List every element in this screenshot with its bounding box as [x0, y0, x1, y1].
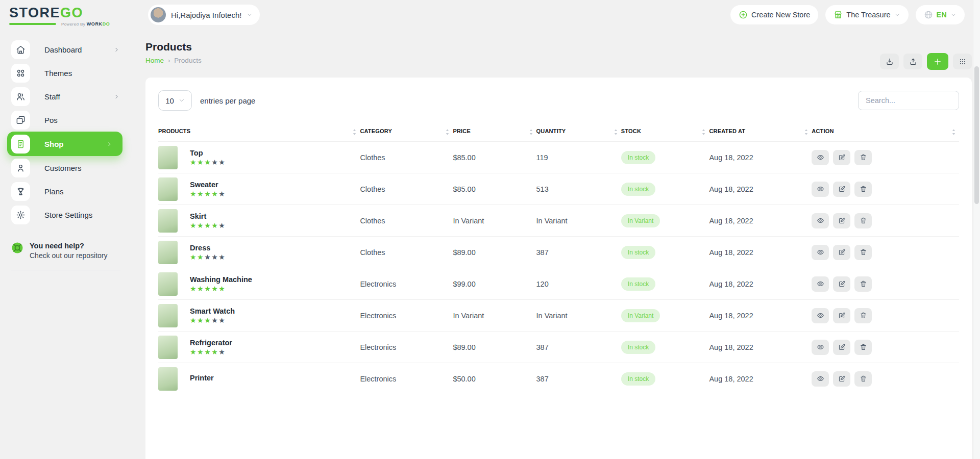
edit-button[interactable] [833, 371, 850, 387]
brand-logo[interactable]: STOREGO Powered By WORKDO [9, 3, 128, 27]
product-thumbnail [158, 177, 178, 201]
edit-button[interactable] [833, 340, 850, 355]
sort-icon[interactable] [804, 129, 808, 136]
delete-button[interactable] [854, 276, 872, 292]
delete-button[interactable] [854, 245, 872, 260]
table-row: Top ★★★★★ Clothes $85.00 119 In stock Au… [158, 142, 959, 173]
star-icon: ★ [197, 190, 204, 198]
star-icon: ★ [211, 316, 218, 324]
sort-icon[interactable] [529, 129, 533, 136]
product-category: Electronics [360, 332, 453, 363]
edit-button[interactable] [833, 308, 850, 323]
column-label: PRODUCTS [158, 128, 190, 134]
view-button[interactable] [812, 150, 829, 165]
sidebar-item-customers[interactable]: Customers [11, 156, 134, 180]
edit-button[interactable] [833, 150, 850, 165]
star-icon: ★ [211, 348, 218, 356]
edit-icon [838, 154, 846, 161]
breadcrumb-home-link[interactable]: Home [145, 57, 164, 64]
table-row: Skirt ★★★★★ Clothes In Variant In Varian… [158, 205, 959, 237]
product-category: Clothes [360, 237, 453, 268]
product-price: $85.00 [453, 173, 536, 205]
home-icon [11, 40, 30, 59]
sidebar-item-staff[interactable]: Staff [11, 85, 134, 108]
star-icon: ★ [218, 285, 226, 293]
row-actions [812, 371, 950, 387]
delete-button[interactable] [854, 213, 872, 228]
sort-icon[interactable] [614, 129, 618, 136]
delete-button[interactable] [854, 308, 872, 323]
create-new-store-label: Create New Store [751, 11, 810, 19]
star-icon: ★ [218, 190, 226, 198]
upload-button[interactable] [903, 54, 922, 69]
edit-button[interactable] [833, 276, 850, 292]
star-icon: ★ [211, 221, 218, 230]
created-at: Aug 18, 2022 [709, 268, 812, 300]
row-actions [812, 276, 950, 292]
delete-button[interactable] [854, 340, 872, 355]
sort-icon[interactable] [701, 129, 706, 136]
user-avatar [151, 7, 166, 22]
view-button[interactable] [812, 213, 829, 228]
edit-button[interactable] [833, 213, 850, 228]
sidebar-item-plans[interactable]: Plans [11, 180, 134, 203]
download-icon [886, 58, 894, 66]
star-icon: ★ [190, 158, 197, 166]
grid-view-button[interactable] [953, 54, 972, 69]
sidebar-item-dashboard[interactable]: Dashboard [11, 38, 134, 61]
top-right-actions: Create New Store The Treasure EN [730, 5, 965, 24]
star-icon: ★ [218, 158, 226, 166]
help-section[interactable]: You need help? Check out our repository [11, 242, 134, 260]
create-new-store-button[interactable]: Create New Store [730, 5, 818, 24]
chevron-down-icon [950, 12, 957, 18]
sort-icon[interactable] [445, 129, 450, 136]
star-icon: ★ [204, 253, 211, 261]
table-row: Sweater ★★★★★ Clothes $85.00 513 In stoc… [158, 173, 959, 205]
view-button[interactable] [812, 340, 829, 355]
sort-icon[interactable] [352, 129, 357, 136]
view-button[interactable] [812, 276, 829, 292]
star-icon: ★ [190, 348, 197, 356]
sort-icon[interactable] [951, 129, 956, 136]
edit-button[interactable] [833, 245, 850, 260]
entries-per-page-select[interactable]: 10 [158, 90, 192, 111]
table-header-row: PRODUCTSCATEGORYPRICEQUANTITYSTOCKCREATE… [158, 124, 959, 142]
view-button[interactable] [812, 308, 829, 323]
eye-icon [817, 312, 824, 319]
search-input[interactable] [858, 91, 959, 110]
row-actions [812, 340, 950, 355]
language-switcher-button[interactable]: EN [916, 5, 965, 24]
trash-icon [860, 185, 867, 193]
delete-button[interactable] [854, 150, 872, 165]
store-icon [834, 10, 843, 19]
scrollbar[interactable] [973, 0, 980, 459]
edit-button[interactable] [833, 182, 850, 197]
scrollbar-thumb[interactable] [974, 66, 979, 204]
view-button[interactable] [812, 245, 829, 260]
brand-name: STOREGO [9, 6, 128, 20]
trash-icon [860, 217, 867, 224]
product-rating-stars: ★★★★★ [190, 159, 226, 166]
chevron-down-icon [894, 12, 900, 18]
delete-button[interactable] [854, 182, 872, 197]
product-quantity: 120 [536, 268, 621, 300]
delete-button[interactable] [854, 371, 872, 387]
edit-icon [838, 375, 846, 382]
download-button[interactable] [880, 54, 899, 69]
add-product-button[interactable] [927, 53, 948, 70]
sidebar-item-store-settings[interactable]: Store Settings [11, 203, 134, 226]
star-icon: ★ [204, 158, 211, 166]
logo-underline [9, 23, 56, 25]
view-button[interactable] [812, 371, 829, 387]
star-icon: ★ [211, 190, 218, 198]
view-button[interactable] [812, 182, 829, 197]
staff-icon [11, 87, 30, 106]
sidebar-item-shop[interactable]: Shop [7, 132, 122, 156]
store-switcher-button[interactable]: The Treasure [825, 5, 908, 24]
user-menu-button[interactable]: Hi,Rajodiya Infotech! [148, 5, 260, 25]
sidebar-item-themes[interactable]: Themes [11, 61, 134, 85]
sidebar-item-pos[interactable]: Pos [11, 108, 134, 132]
language-label: EN [937, 11, 947, 19]
products-card: 10 entries per page PRODUCTSCATEGORYPRIC… [145, 78, 972, 459]
shop-icon [11, 135, 30, 154]
